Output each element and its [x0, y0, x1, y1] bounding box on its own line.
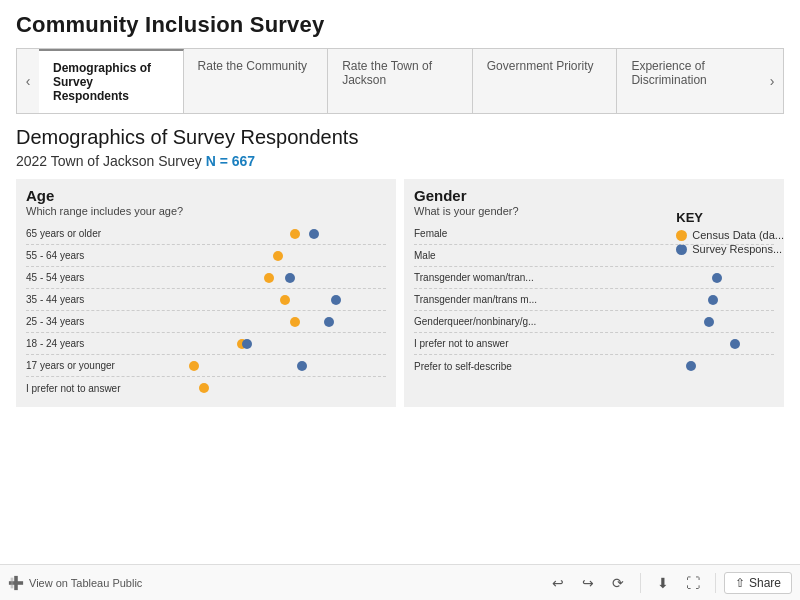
age-label-2: 45 - 54 years [26, 272, 146, 283]
gender-label-3: Transgender man/trans m... [414, 294, 554, 305]
gender-label-5: I prefer not to answer [414, 338, 554, 349]
age-blue-dot-6 [297, 361, 307, 371]
age-orange-dot-0 [290, 229, 300, 239]
age-orange-dot-1 [273, 251, 283, 261]
toolbar-controls: ↩ ↪ ⟳ [544, 570, 632, 596]
age-orange-dot-3 [280, 295, 290, 305]
tabs-scroll: Demographics of Survey Respondents Rate … [39, 49, 761, 113]
age-dot-area-0 [146, 223, 386, 245]
gender-row-5: I prefer not to answer [414, 333, 774, 355]
section-title: Demographics of Survey Respondents [16, 126, 784, 149]
age-dot-area-4 [146, 311, 386, 333]
gender-blue-dot-4 [704, 317, 714, 327]
age-label-0: 65 years or older [26, 228, 146, 239]
tabs-container: ‹ Demographics of Survey Respondents Rat… [16, 48, 784, 114]
gender-dot-area-6 [554, 355, 774, 377]
gender-dot-area-1 [554, 245, 774, 267]
age-blue-dot-4 [324, 317, 334, 327]
share-button[interactable]: ⇧ Share [724, 572, 792, 594]
charts-row: Age Which range includes your age? 65 ye… [16, 179, 784, 407]
toolbar-divider-2 [715, 573, 716, 593]
age-orange-dot-2 [264, 273, 274, 283]
svg-rect-2 [11, 577, 14, 588]
tab-next-arrow[interactable]: › [761, 49, 783, 113]
age-blue-dot-5 [242, 339, 252, 349]
gender-label-4: Genderqueer/nonbinary/g... [414, 316, 554, 327]
age-row-6: 17 years or younger [26, 355, 386, 377]
age-orange-dot-7 [199, 383, 209, 393]
age-label-5: 18 - 24 years [26, 338, 146, 349]
tab-community[interactable]: Rate the Community [184, 49, 329, 113]
age-dot-area-6 [146, 355, 386, 377]
fullscreen-button[interactable]: ⛶ [679, 570, 707, 596]
gender-row-6: Prefer to self-describe [414, 355, 774, 377]
tab-prev-arrow[interactable]: ‹ [17, 49, 39, 113]
age-dot-chart: 65 years or older55 - 64 years45 - 54 ye… [26, 223, 386, 399]
gender-blue-dot-2 [712, 273, 722, 283]
age-row-3: 35 - 44 years [26, 289, 386, 311]
age-label-7: I prefer not to answer [26, 383, 146, 394]
redo-button[interactable]: ↪ [574, 570, 602, 596]
gender-label-2: Transgender woman/tran... [414, 272, 554, 283]
page: Community Inclusion Survey ‹ Demographic… [0, 0, 800, 600]
age-dot-area-2 [146, 267, 386, 289]
download-button[interactable]: ⬇ [649, 570, 677, 596]
age-dot-area-3 [146, 289, 386, 311]
tableau-label: View on Tableau Public [29, 577, 142, 589]
content-area: Demographics of Survey Respondents 2022 … [16, 114, 784, 407]
age-label-3: 35 - 44 years [26, 294, 146, 305]
age-row-0: 65 years or older [26, 223, 386, 245]
gender-dot-area-0 [554, 223, 774, 245]
revert-button[interactable]: ⟳ [604, 570, 632, 596]
gender-label-6: Prefer to self-describe [414, 361, 554, 372]
bottom-toolbar: View on Tableau Public ↩ ↪ ⟳ ⬇ ⛶ ⇧ [0, 564, 800, 600]
tab-government[interactable]: Government Priority [473, 49, 618, 113]
gender-dot-area-5 [554, 333, 774, 355]
age-blue-dot-0 [309, 229, 319, 239]
age-row-1: 55 - 64 years [26, 245, 386, 267]
age-label-1: 55 - 64 years [26, 250, 146, 261]
gender-row-1: Male [414, 245, 774, 267]
gender-blue-dot-3 [708, 295, 718, 305]
tab-discrimination[interactable]: Experience of Discrimination [617, 49, 761, 113]
age-blue-dot-2 [285, 273, 295, 283]
gender-row-4: Genderqueer/nonbinary/g... [414, 311, 774, 333]
tab-town[interactable]: Rate the Town of Jackson [328, 49, 473, 113]
age-dot-area-1 [146, 245, 386, 267]
age-orange-dot-4 [290, 317, 300, 327]
gender-label-0: Female [414, 228, 554, 239]
tableau-icon [8, 575, 24, 591]
app-title: Community Inclusion Survey [16, 12, 784, 38]
gender-dot-area-3 [554, 289, 774, 311]
age-dot-area-5 [146, 333, 386, 355]
gender-row-0: Female [414, 223, 774, 245]
age-row-2: 45 - 54 years [26, 267, 386, 289]
tab-demographics[interactable]: Demographics of Survey Respondents [39, 49, 184, 113]
gender-row-2: Transgender woman/tran... [414, 267, 774, 289]
age-label-6: 17 years or younger [26, 360, 146, 371]
age-dot-area-7 [146, 377, 386, 399]
age-row-7: I prefer not to answer [26, 377, 386, 399]
age-chart-subtitle: Which range includes your age? [26, 205, 386, 217]
gender-dot-area-2 [554, 267, 774, 289]
age-chart-panel: Age Which range includes your age? 65 ye… [16, 179, 396, 407]
undo-button[interactable]: ↩ [544, 570, 572, 596]
gender-row-3: Transgender man/trans m... [414, 289, 774, 311]
age-row-5: 18 - 24 years [26, 333, 386, 355]
gender-dot-area-4 [554, 311, 774, 333]
section-subtitle: 2022 Town of Jackson Survey N = 667 [16, 153, 784, 169]
age-row-4: 25 - 34 years [26, 311, 386, 333]
gender-dot-chart: FemaleMaleTransgender woman/tran...Trans… [414, 223, 774, 377]
toolbar-group-2: ⬇ ⛶ [649, 570, 707, 596]
age-chart-title: Age [26, 187, 386, 204]
tableau-public-link[interactable]: View on Tableau Public [8, 575, 142, 591]
gender-blue-dot-5 [730, 339, 740, 349]
age-orange-dot-6 [189, 361, 199, 371]
gender-label-1: Male [414, 250, 554, 261]
toolbar-divider-1 [640, 573, 641, 593]
n-count: N = 667 [206, 153, 255, 169]
age-label-4: 25 - 34 years [26, 316, 146, 327]
age-blue-dot-3 [331, 295, 341, 305]
gender-blue-dot-6 [686, 361, 696, 371]
gender-chart-title: Gender [414, 187, 774, 204]
